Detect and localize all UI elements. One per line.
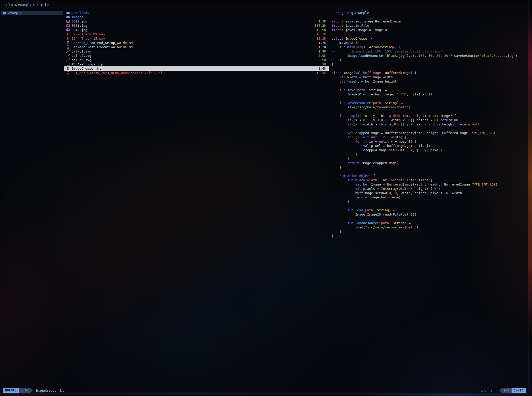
file-row[interactable]: IDEAsettings.zip5.2K bbox=[64, 62, 329, 66]
file-size: 1.6K bbox=[318, 67, 326, 70]
code-line: return Image(croppedImage) bbox=[332, 161, 528, 165]
code-line: for (j in y until y + height) { bbox=[332, 139, 528, 144]
audio-icon bbox=[66, 33, 70, 36]
file-name: ImageCropper.kt bbox=[71, 67, 101, 70]
status-left: NORMAL 1.6K ImageCropper.kt bbox=[3, 388, 64, 393]
file-size: 15.3M bbox=[316, 37, 326, 40]
code-line: } bbox=[332, 229, 528, 234]
code-line: ImageIO.write(buffImage, "JPG", File(pat… bbox=[332, 92, 528, 96]
code-line: import javax.imageio.ImageIO bbox=[332, 28, 528, 32]
code-line: for (i in x until x + width) { bbox=[332, 135, 528, 139]
image-icon bbox=[66, 20, 70, 23]
file-row[interactable]: cal-c2.svg2.9K bbox=[64, 54, 329, 58]
pdf-icon bbox=[66, 71, 70, 74]
code-line: } bbox=[332, 152, 528, 156]
code-line: fun save(path: String) = bbox=[332, 88, 528, 92]
folder-icon bbox=[3, 11, 6, 15]
image-icon bbox=[66, 24, 70, 27]
parent-dir-item[interactable]: example bbox=[1, 11, 63, 15]
file-name: 09 - Track 09.wav bbox=[71, 32, 105, 36]
file-name: IDEAsettings.zip bbox=[71, 62, 103, 66]
cwd-path: ~/Data/example/example bbox=[4, 3, 49, 7]
file-name: Images bbox=[71, 15, 83, 19]
dir-name: example bbox=[8, 11, 22, 15]
file-row[interactable]: 09 - Track 09.wav15.3M bbox=[64, 32, 329, 36]
code-line bbox=[332, 32, 528, 36]
code-line: } bbox=[332, 199, 528, 204]
folder-icon bbox=[66, 15, 70, 19]
file-row[interactable]: Downloads bbox=[64, 11, 329, 15]
code-line bbox=[332, 126, 528, 131]
file-row[interactable]: 0028.jpg1.3M bbox=[64, 19, 329, 23]
code-line: load("src/main/resources/$path") bbox=[332, 225, 528, 229]
file-size: 1.3M bbox=[318, 19, 326, 23]
file-size: 1.3K bbox=[318, 45, 326, 49]
file-list: DownloadsImages0028.jpg1.3M0031.jpg586.3… bbox=[64, 10, 329, 387]
code-line: croppedImage.setRGB(i - x, j - y, pixel) bbox=[332, 148, 528, 152]
file-row[interactable]: ImageCropper.kt1.6K bbox=[64, 66, 329, 71]
parent-pane: example bbox=[0, 10, 64, 387]
file-row[interactable]: Backend_Test_Execution_Guide.md1.3K bbox=[64, 45, 329, 49]
code-line: save("src/main/resources/$path") bbox=[332, 105, 528, 109]
code-line bbox=[332, 84, 528, 88]
code-line: Image(ImageIO.read(File(path))) bbox=[332, 212, 528, 217]
powerline-arrow-right-icon bbox=[31, 388, 33, 393]
status-right: -rw-r--r-- 93% 14/15 bbox=[477, 388, 526, 393]
code-line: class Image(val buffImage: BufferedImage… bbox=[332, 71, 528, 75]
code-line: @JvmStatic bbox=[332, 41, 528, 45]
file-name: Downloads bbox=[71, 11, 89, 15]
code-line: fun main(args: Array<String>) { bbox=[332, 45, 528, 49]
file-name: 0042.jpg bbox=[71, 28, 87, 32]
file-name: Backend_Frontend_Setup_Guide.md bbox=[71, 41, 133, 45]
code-line: Image.loadResource("black.jpg").crop(50,… bbox=[332, 54, 528, 58]
file-name: Backend_Test_Execution_Guide.md bbox=[71, 45, 133, 49]
file-row[interactable]: cal-c3.svg2.9K bbox=[64, 58, 329, 62]
code-line: buffImage.setRGB(0, 0, width, height, pi… bbox=[332, 191, 528, 195]
terminal-window: ~/Data/example/example example Downloads… bbox=[0, 0, 528, 394]
file-name: cal-c2.svg bbox=[71, 54, 91, 58]
file-size: 15.3M bbox=[316, 32, 326, 36]
file-row[interactable]: 0031.jpg586.3K bbox=[64, 23, 329, 28]
code-line: val height = buffImage.height bbox=[332, 79, 528, 84]
scroll-percent-badge: 93% bbox=[501, 388, 512, 393]
file-size: 5.2K bbox=[318, 62, 326, 66]
file-name: 15 - Track 15.wav bbox=[71, 37, 105, 40]
file-permissions: -rw-r--r-- bbox=[477, 389, 496, 392]
file-size: 2.9K bbox=[318, 54, 326, 58]
file-name: SBI_0032013739_2023_DE05_0003155631Invoi… bbox=[71, 71, 162, 75]
file-row[interactable]: Images bbox=[64, 15, 329, 19]
code-line: } bbox=[332, 58, 528, 62]
code-preview: package org.example import java.awt.imag… bbox=[329, 10, 528, 387]
kotlin-icon bbox=[66, 67, 70, 70]
code-line bbox=[332, 217, 528, 221]
code-line: val pixels = IntArray(width * height) { … bbox=[332, 187, 528, 191]
doc-icon bbox=[66, 45, 70, 49]
file-row[interactable]: cal-c1.svg2.9K bbox=[64, 49, 329, 54]
file-size-badge: 1.6K bbox=[19, 388, 31, 393]
code-line bbox=[332, 66, 528, 71]
code-line: if (x < 0 || y < 0 || width < 0 || heigh… bbox=[332, 118, 528, 122]
code-line: package org.example bbox=[332, 11, 528, 15]
code-line: import java.awt.image.BufferedImage bbox=[332, 19, 528, 23]
code-line: fun black(width: Int, height: Int): Imag… bbox=[332, 178, 528, 182]
audio-icon bbox=[66, 37, 70, 40]
file-row[interactable]: SBI_0032013739_2023_DE05_0003155631Invoi… bbox=[64, 71, 329, 75]
code-line: fun saveResource(path: String) = bbox=[332, 101, 528, 105]
code-line: val pixel = buffImage.getRGB(i, j) bbox=[332, 144, 528, 148]
file-row[interactable]: 0042.jpg212.9K bbox=[64, 28, 329, 32]
status-filename: ImageCropper.kt bbox=[35, 389, 64, 392]
code-line: fun loadResource(path: String) = bbox=[332, 221, 528, 225]
code-line: import java.io.File bbox=[332, 23, 528, 28]
code-line: // Image.black(100, 100).saveResource("b… bbox=[332, 49, 528, 54]
code-line: } bbox=[332, 165, 528, 169]
code-line: val croppedImage = BufferedImage(width, … bbox=[332, 131, 528, 135]
code-line: } bbox=[332, 234, 528, 238]
code-line: } bbox=[332, 62, 528, 66]
file-row[interactable]: Backend_Frontend_Setup_Guide.md1.7K bbox=[64, 41, 329, 45]
vector-icon bbox=[66, 54, 70, 57]
vector-icon bbox=[66, 50, 70, 53]
file-size: 12.5K bbox=[316, 71, 326, 75]
file-row[interactable]: 15 - Track 15.wav15.3M bbox=[64, 36, 329, 41]
file-size: 2.9K bbox=[318, 58, 326, 62]
file-name: 0028.jpg bbox=[71, 19, 87, 23]
